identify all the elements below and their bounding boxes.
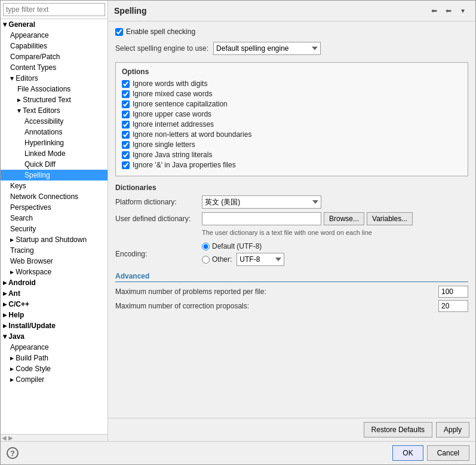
tree-item-label: ▾ Editors bbox=[10, 74, 38, 82]
checkbox-label-mixedcase[interactable]: Ignore mixed case words bbox=[133, 90, 212, 98]
variables-button[interactable]: Variables... bbox=[367, 212, 413, 225]
platform-dict-select[interactable]: 英文 (美国) bbox=[202, 195, 321, 209]
tree-item-compiler[interactable]: ▸ Compiler bbox=[1, 374, 108, 385]
checkbox-label-sentencecap[interactable]: Ignore sentence capitalization bbox=[133, 100, 228, 108]
right-panel: Spelling ⬅ ⬅ ▾ Select spelling engine to… bbox=[108, 1, 475, 441]
tree-item-buildpath[interactable]: ▸ Build Path bbox=[1, 353, 108, 363]
tree-item-linkedmode[interactable]: Linked Mode bbox=[1, 148, 108, 159]
encoding-default-radio[interactable] bbox=[202, 243, 210, 250]
options-title: Options bbox=[122, 68, 462, 76]
browse-button[interactable]: Browse... bbox=[324, 212, 364, 225]
tree-item-general[interactable]: ▾ General bbox=[1, 19, 108, 30]
tree-item-contenttypes[interactable]: Content Types bbox=[1, 62, 108, 73]
ok-button[interactable]: OK bbox=[392, 445, 423, 461]
tree-item-networkconnections[interactable]: Network Connections bbox=[1, 191, 108, 202]
max-corrections-input[interactable] bbox=[438, 300, 468, 312]
checkbox-label-javaprops[interactable]: Ignore '&' in Java properties files bbox=[133, 161, 236, 169]
engine-label: Select spelling engine to use: bbox=[115, 44, 208, 53]
tree-item-keys[interactable]: Keys bbox=[1, 181, 108, 191]
tree-item-workspace[interactable]: ▸ Workspace bbox=[1, 267, 108, 277]
checkbox-singleletters[interactable] bbox=[122, 141, 130, 149]
restore-defaults-button[interactable]: Restore Defaults bbox=[364, 422, 432, 438]
tree-item-security[interactable]: Security bbox=[1, 224, 108, 234]
tree-item-cpp[interactable]: ▸ C/C++ bbox=[1, 299, 108, 310]
forward-button[interactable]: ⬅ bbox=[442, 4, 455, 17]
tree-item-label: ▸ Compiler bbox=[10, 375, 44, 384]
tree-item-accessibility[interactable]: Accessibility bbox=[1, 116, 108, 127]
tree-item-texteditors[interactable]: ▾ Text Editors bbox=[1, 105, 108, 116]
checkbox-row-sentencecap: Ignore sentence capitalization bbox=[122, 100, 462, 108]
max-problems-row: Maximum number of problems reported per … bbox=[115, 286, 468, 298]
tree-item-editors[interactable]: ▾ Editors bbox=[1, 73, 108, 84]
tree-item-label: ▸ Code Style bbox=[10, 365, 51, 373]
checkbox-javaprops[interactable] bbox=[122, 161, 130, 169]
encoding-other-radio[interactable] bbox=[202, 256, 210, 264]
tree-item-fileassociations[interactable]: File Associations bbox=[1, 84, 108, 94]
encoding-default-label[interactable]: Default (UTF-8) bbox=[212, 242, 262, 250]
tree-item-perspectives[interactable]: Perspectives bbox=[1, 202, 108, 213]
tree-item-android[interactable]: ▸ Android bbox=[1, 277, 108, 288]
tree-item-label: Network Connections bbox=[10, 192, 78, 201]
tree-item-label: ▸ Startup and Shutdown bbox=[10, 235, 87, 244]
tree-item-annotations[interactable]: Annotations bbox=[1, 127, 108, 137]
max-problems-input[interactable] bbox=[438, 286, 468, 298]
filter-input[interactable] bbox=[3, 3, 105, 16]
help-icon[interactable]: ? bbox=[7, 447, 19, 459]
tree-item-tracing[interactable]: Tracing bbox=[1, 245, 108, 256]
menu-button[interactable]: ▾ bbox=[456, 4, 469, 17]
checkbox-row-digits: Ignore words with digits bbox=[122, 79, 462, 88]
enable-spellcheck-checkbox[interactable] bbox=[115, 28, 123, 36]
user-dict-input[interactable] bbox=[202, 212, 321, 225]
tree-item-ant[interactable]: ▸ Ant bbox=[1, 288, 108, 299]
back-button[interactable]: ⬅ bbox=[428, 4, 441, 17]
tree-item-hyperlinking[interactable]: Hyperlinking bbox=[1, 137, 108, 148]
tree-item-label: Appearance bbox=[10, 343, 49, 351]
checkbox-javaliterals[interactable] bbox=[122, 151, 130, 159]
checkbox-label-digits[interactable]: Ignore words with digits bbox=[133, 79, 207, 88]
checkbox-uppercase[interactable] bbox=[122, 111, 130, 118]
filter-wrap bbox=[1, 1, 108, 19]
tree-item-label: Search bbox=[10, 214, 33, 222]
checkbox-label-javaliterals[interactable]: Ignore Java string literals bbox=[133, 151, 212, 159]
tree-item-comparepatch[interactable]: Compare/Patch bbox=[1, 51, 108, 62]
tree-item-codestyle[interactable]: ▸ Code Style bbox=[1, 363, 108, 374]
checkbox-mixedcase[interactable] bbox=[122, 90, 130, 98]
encoding-other-label[interactable]: Other: bbox=[212, 255, 232, 264]
apply-button[interactable]: Apply bbox=[436, 422, 469, 438]
engine-row: Select spelling engine to use: Default s… bbox=[115, 42, 468, 55]
tree-item-installupdate[interactable]: ▸ Install/Update bbox=[1, 320, 108, 331]
checkbox-label-singleletters[interactable]: Ignore single letters bbox=[133, 140, 195, 149]
tree-item-label: File Associations bbox=[17, 85, 70, 93]
checkbox-nonletters[interactable] bbox=[122, 131, 130, 139]
tree-item-search[interactable]: Search bbox=[1, 213, 108, 224]
encoding-label: Encoding: bbox=[115, 250, 202, 258]
tree-item-webbrowser[interactable]: Web Browser bbox=[1, 256, 108, 267]
checkbox-label-internet[interactable]: Ignore internet addresses bbox=[133, 120, 214, 129]
checkbox-label-nonletters[interactable]: Ignore non-letters at word boundaries bbox=[133, 130, 251, 139]
tree-item-help[interactable]: ▸ Help bbox=[1, 310, 108, 320]
tree-item-quickdiff[interactable]: Quick Diff bbox=[1, 159, 108, 170]
encoding-other-row: Other: UTF-8 bbox=[202, 253, 284, 266]
checkbox-internet[interactable] bbox=[122, 121, 130, 129]
checkbox-digits[interactable] bbox=[122, 80, 130, 88]
tree-item-appearance[interactable]: Appearance bbox=[1, 30, 108, 41]
cancel-button[interactable]: Cancel bbox=[427, 445, 469, 461]
engine-select[interactable]: Default spelling engine bbox=[213, 42, 321, 55]
tree-item-label: ▸ Android bbox=[3, 279, 36, 287]
checkbox-label-uppercase[interactable]: Ignore upper case words bbox=[133, 110, 211, 118]
tree-item-startupshutdown[interactable]: ▸ Startup and Shutdown bbox=[1, 234, 108, 245]
tree-item-label: ▸ Structured Text bbox=[17, 96, 71, 104]
right-toolbar: ⬅ ⬅ ▾ bbox=[428, 4, 469, 17]
tree-item-capabilities[interactable]: Capabilities bbox=[1, 41, 108, 51]
tree-item-spelling[interactable]: Spelling bbox=[1, 170, 108, 181]
enable-spellcheck-label2[interactable]: Enable spell checking bbox=[126, 27, 195, 36]
tree-scrollbar-h[interactable]: ◀ ▶ bbox=[1, 434, 108, 441]
tree-item-java[interactable]: ▾ Java bbox=[1, 331, 108, 342]
encoding-other-select[interactable]: UTF-8 bbox=[237, 253, 284, 266]
tree-item-java-appearance[interactable]: Appearance bbox=[1, 342, 108, 353]
dictionaries-section: Dictionaries Platform dictionary: 英文 (美国… bbox=[115, 183, 468, 236]
main-area: ▾ General Appearance Capabilities Compar… bbox=[1, 1, 475, 441]
checkbox-row-mixedcase: Ignore mixed case words bbox=[122, 90, 462, 98]
checkbox-sentencecap[interactable] bbox=[122, 100, 130, 108]
tree-item-structuredtext[interactable]: ▸ Structured Text bbox=[1, 94, 108, 105]
